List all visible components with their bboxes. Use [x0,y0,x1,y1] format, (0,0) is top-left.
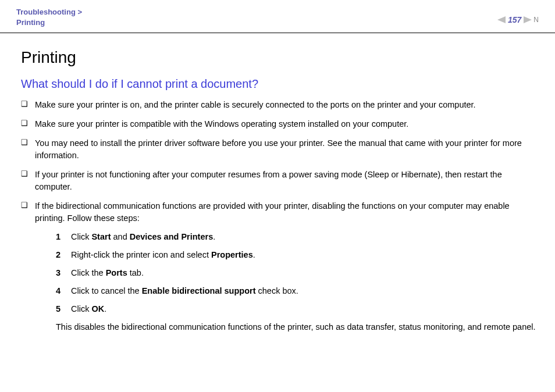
list-item: ❑ If the bidirectional communication fun… [21,200,539,333]
step-number: 2 [56,249,71,261]
page-navigator: 157 N [497,15,539,24]
step-number: 1 [56,231,71,243]
trailing-note: This disables the bidirectional communic… [35,321,539,333]
list-item: ❑ Make sure your printer is on, and the … [21,99,539,111]
bullet-text-with-steps: If the bidirectional communication funct… [35,200,539,333]
step-text: Click Start and Devices and Printers. [71,231,539,243]
bullet-icon: ❑ [21,200,35,211]
prev-page-icon[interactable] [497,16,506,23]
bullet-text: If your printer is not functioning after… [35,169,539,193]
bullet-icon: ❑ [21,137,35,148]
svg-marker-1 [524,16,532,23]
step-item: 4 Click to cancel the Enable bidirection… [56,285,539,297]
section-title: What should I do if I cannot print a doc… [21,77,539,91]
bullet-text: You may need to install the printer driv… [35,137,539,162]
bullet-icon: ❑ [21,99,35,110]
step-number: 3 [56,267,71,279]
step-item: 1 Click Start and Devices and Printers. [56,231,539,243]
bullet-icon: ❑ [21,118,35,129]
breadcrumb-parent: Troubleshooting > [16,7,82,17]
bullet-list: ❑ Make sure your printer is on, and the … [21,99,539,333]
list-item: ❑ Make sure your printer is compatible w… [21,118,539,130]
page-content: Printing What should I do if I cannot pr… [0,33,555,351]
page-header: Troubleshooting > Printing 157 N [0,0,555,33]
bullet-text: If the bidirectional communication funct… [35,201,510,223]
step-item: 5 Click OK. [56,303,539,315]
svg-marker-0 [497,16,506,23]
bullet-text: Make sure your printer is on, and the pr… [35,99,539,111]
step-text: Right-click the printer icon and select … [71,249,539,261]
bullet-text: Make sure your printer is compatible wit… [35,118,539,130]
step-item: 3 Click the Ports tab. [56,267,539,279]
step-text: Click to cancel the Enable bidirectional… [71,285,539,297]
step-text: Click OK. [71,303,539,315]
breadcrumb[interactable]: Troubleshooting > Printing [16,7,82,28]
step-number: 4 [56,285,71,297]
steps-list: 1 Click Start and Devices and Printers. … [35,231,539,315]
step-item: 2 Right-click the printer icon and selec… [56,249,539,261]
step-text: Click the Ports tab. [71,267,539,279]
n-mark: N [533,16,539,24]
list-item: ❑ You may need to install the printer dr… [21,137,539,162]
step-number: 5 [56,303,71,315]
page-number: 157 [507,15,522,24]
next-page-icon[interactable] [524,16,532,23]
bullet-icon: ❑ [21,169,35,180]
breadcrumb-current: Printing [16,17,82,28]
page-title: Printing [21,48,539,67]
list-item: ❑ If your printer is not functioning aft… [21,169,539,193]
